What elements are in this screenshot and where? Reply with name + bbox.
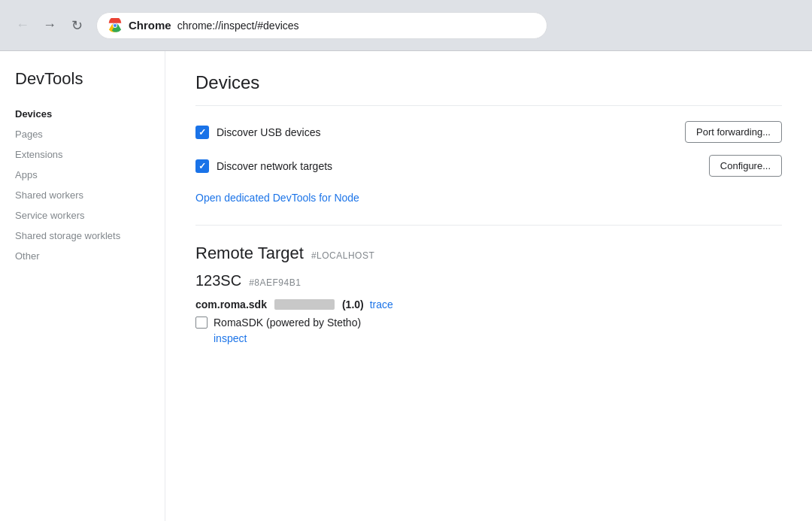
sidebar-item-pages[interactable]: Pages bbox=[15, 124, 165, 144]
trace-link[interactable]: trace bbox=[370, 298, 393, 310]
app-name-blurred bbox=[274, 299, 335, 310]
discover-network-row: Discover network targets Configure... bbox=[195, 155, 782, 177]
discover-usb-label: Discover USB devices bbox=[217, 126, 321, 138]
sidebar-item-shared-storage-worklets[interactable]: Shared storage worklets bbox=[15, 226, 165, 246]
sidebar-item-service-workers[interactable]: Service workers bbox=[15, 205, 165, 226]
configure-button[interactable]: Configure... bbox=[709, 155, 782, 177]
sidebar-item-shared-workers[interactable]: Shared workers bbox=[15, 185, 165, 205]
discover-usb-row: Discover USB devices Port forwarding... bbox=[195, 121, 782, 143]
back-button[interactable]: ← bbox=[12, 15, 33, 36]
device-name: 123SC bbox=[195, 272, 241, 289]
remote-target-sub: #LOCALHOST bbox=[311, 250, 374, 261]
webview-checkbox[interactable] bbox=[195, 317, 208, 329]
chrome-logo-icon bbox=[108, 18, 123, 33]
address-bar[interactable]: Chrome chrome://inspect/#devices bbox=[96, 12, 547, 39]
nav-buttons: ← → ↻ bbox=[12, 15, 87, 36]
app-name-prefix: com.roma.sdk bbox=[195, 298, 267, 310]
device-id: #8AEF94B1 bbox=[249, 277, 301, 288]
discover-usb-checkbox[interactable] bbox=[195, 126, 209, 139]
discover-network-checkbox[interactable] bbox=[195, 159, 209, 173]
app-row: com.roma.sdk (1.0) trace bbox=[195, 298, 782, 310]
webview-row: RomaSDK (powered by Stetho) bbox=[195, 317, 782, 329]
chrome-label: Chrome bbox=[129, 19, 171, 32]
webview-name: RomaSDK (powered by Stetho) bbox=[214, 317, 361, 329]
remote-target-section: Remote Target #LOCALHOST 123SC #8AEF94B1… bbox=[195, 244, 782, 345]
devtools-node-link[interactable]: Open dedicated DevTools for Node bbox=[195, 192, 359, 204]
remote-target-title: Remote Target bbox=[195, 244, 304, 263]
refresh-button[interactable]: ↻ bbox=[66, 15, 87, 36]
port-forwarding-button[interactable]: Port forwarding... bbox=[685, 121, 782, 143]
app-version: (1.0) bbox=[342, 298, 364, 310]
sidebar: DevTools Devices Pages Extensions Apps S… bbox=[0, 51, 165, 521]
forward-button[interactable]: → bbox=[39, 15, 60, 36]
page-title: Devices bbox=[195, 72, 782, 106]
discover-network-left: Discover network targets bbox=[195, 159, 332, 173]
sidebar-item-other[interactable]: Other bbox=[15, 246, 165, 266]
address-text: chrome://inspect/#devices bbox=[177, 20, 299, 32]
inspect-link[interactable]: inspect bbox=[214, 332, 247, 344]
sidebar-item-extensions[interactable]: Extensions bbox=[15, 144, 165, 165]
discover-network-label: Discover network targets bbox=[217, 160, 332, 172]
device-name-row: 123SC #8AEF94B1 bbox=[195, 272, 782, 289]
page-layout: DevTools Devices Pages Extensions Apps S… bbox=[0, 51, 812, 521]
discover-usb-left: Discover USB devices bbox=[195, 126, 321, 139]
sidebar-item-devices[interactable]: Devices bbox=[15, 104, 165, 124]
main-content: Devices Discover USB devices Port forwar… bbox=[165, 51, 812, 521]
sidebar-nav: Devices Pages Extensions Apps Shared wor… bbox=[15, 104, 165, 266]
sidebar-title: DevTools bbox=[15, 69, 165, 89]
options-section: Discover USB devices Port forwarding... … bbox=[195, 121, 782, 226]
remote-target-header: Remote Target #LOCALHOST bbox=[195, 244, 782, 263]
sidebar-item-apps[interactable]: Apps bbox=[15, 165, 165, 185]
browser-chrome: ← → ↻ Chrome chrome://inspect/#devices bbox=[0, 0, 812, 51]
svg-point-2 bbox=[114, 23, 117, 26]
